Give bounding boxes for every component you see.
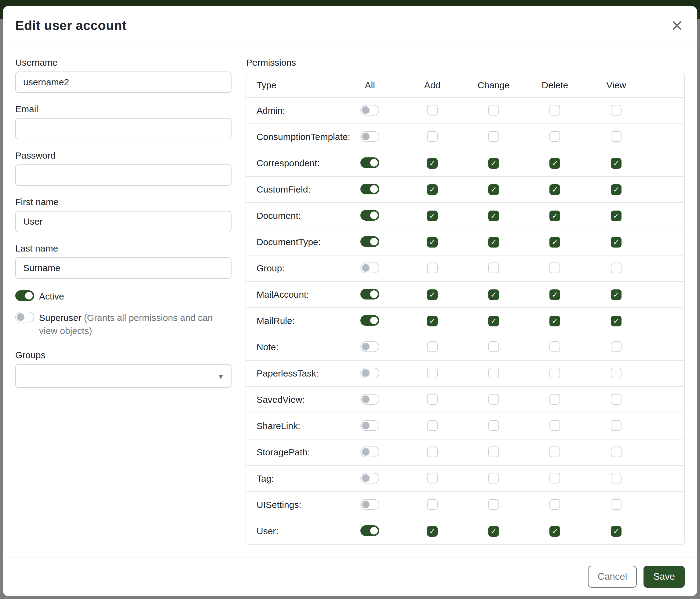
column-header-all: All (338, 73, 402, 97)
mailrule-change-checkbox[interactable]: ✓ (489, 316, 499, 327)
user-add-checkbox[interactable]: ✓ (427, 526, 438, 537)
mailaccount-delete-checkbox[interactable]: ✓ (549, 289, 560, 300)
documenttype-add-checkbox[interactable]: ✓ (427, 237, 438, 247)
user-delete-checkbox[interactable]: ✓ (549, 526, 560, 537)
documenttype-change-checkbox[interactable]: ✓ (489, 237, 499, 247)
note-all-toggle[interactable] (360, 341, 379, 352)
customfield-delete-checkbox[interactable]: ✓ (549, 184, 560, 195)
mailaccount-add-checkbox[interactable]: ✓ (427, 289, 438, 300)
mailrule-add-checkbox[interactable]: ✓ (427, 316, 438, 327)
group-all-toggle[interactable] (360, 263, 379, 273)
admin-add-checkbox[interactable] (427, 105, 438, 116)
consumptiontemplate-delete-checkbox[interactable] (549, 131, 560, 142)
mailaccount-change-checkbox[interactable]: ✓ (489, 289, 499, 300)
password-input[interactable] (15, 164, 231, 186)
save-button[interactable]: Save (644, 566, 685, 588)
storagepath-all-toggle[interactable] (360, 447, 379, 457)
admin-all-toggle[interactable] (360, 105, 379, 116)
mailrule-all-toggle[interactable] (360, 315, 379, 326)
sharelink-view-checkbox[interactable] (611, 420, 622, 431)
consumptiontemplate-all-toggle[interactable] (360, 131, 379, 142)
customfield-change-checkbox[interactable]: ✓ (489, 184, 499, 195)
mailrule-view-checkbox[interactable]: ✓ (611, 316, 622, 327)
admin-change-checkbox[interactable] (489, 105, 499, 116)
savedview-view-checkbox[interactable] (611, 394, 622, 405)
tag-view-checkbox[interactable] (611, 473, 622, 483)
superuser-toggle[interactable] (15, 312, 34, 322)
correspondent-delete-checkbox[interactable]: ✓ (549, 158, 560, 169)
paperlesstask-add-checkbox[interactable] (427, 368, 438, 378)
email-input[interactable] (15, 118, 231, 139)
mailaccount-view-checkbox[interactable]: ✓ (611, 289, 622, 300)
admin-view-checkbox[interactable] (611, 105, 622, 116)
user-change-checkbox[interactable]: ✓ (489, 526, 499, 537)
user-view-checkbox[interactable]: ✓ (611, 526, 622, 537)
note-add-checkbox[interactable] (427, 341, 438, 352)
sharelink-delete-checkbox[interactable] (549, 420, 560, 431)
savedview-all-toggle[interactable] (360, 394, 379, 405)
storagepath-change-checkbox[interactable] (489, 447, 499, 457)
group-change-checkbox[interactable] (489, 263, 499, 273)
storagepath-view-checkbox[interactable] (611, 447, 622, 457)
sharelink-all-toggle[interactable] (360, 420, 379, 431)
document-change-checkbox[interactable]: ✓ (489, 211, 499, 221)
correspondent-view-checkbox[interactable]: ✓ (611, 158, 622, 169)
close-button[interactable]: × (669, 16, 685, 34)
uisettings-all-toggle[interactable] (360, 499, 379, 510)
user-all-toggle[interactable] (360, 525, 379, 536)
savedview-delete-checkbox[interactable] (549, 394, 560, 405)
consumptiontemplate-view-checkbox[interactable] (611, 131, 622, 142)
uisettings-view-checkbox[interactable] (611, 499, 622, 510)
uisettings-delete-checkbox[interactable] (549, 499, 560, 510)
storagepath-delete-checkbox[interactable] (549, 447, 560, 457)
tag-add-checkbox[interactable] (427, 473, 438, 483)
group-view-checkbox[interactable] (611, 263, 622, 273)
customfield-view-checkbox[interactable]: ✓ (611, 184, 622, 195)
document-delete-checkbox[interactable]: ✓ (549, 211, 560, 221)
last-name-input[interactable] (15, 257, 231, 279)
customfield-all-toggle[interactable] (360, 184, 379, 194)
note-delete-checkbox[interactable] (549, 341, 560, 352)
group-add-checkbox[interactable] (427, 263, 438, 273)
tag-delete-checkbox[interactable] (549, 473, 560, 483)
groups-select[interactable]: ▾ (15, 364, 231, 388)
note-change-checkbox[interactable] (489, 341, 499, 352)
active-toggle[interactable] (15, 290, 34, 301)
group-delete-checkbox[interactable] (549, 263, 560, 273)
savedview-change-checkbox[interactable] (489, 394, 499, 405)
consumptiontemplate-change-checkbox[interactable] (489, 131, 499, 142)
paperlesstask-view-checkbox[interactable] (611, 368, 622, 378)
correspondent-all-toggle[interactable] (360, 158, 379, 168)
savedview-add-checkbox[interactable] (427, 394, 438, 405)
storagepath-add-checkbox[interactable] (427, 447, 438, 457)
permission-type-label: PaperlessTask: (246, 360, 338, 386)
username-input[interactable] (15, 72, 231, 93)
consumptiontemplate-add-checkbox[interactable] (427, 131, 438, 142)
customfield-add-checkbox[interactable]: ✓ (427, 184, 438, 195)
note-view-checkbox[interactable] (611, 341, 622, 352)
permission-row-paperlesstask: PaperlessTask: (246, 360, 684, 386)
documenttype-all-toggle[interactable] (360, 236, 379, 247)
document-view-checkbox[interactable]: ✓ (611, 211, 622, 221)
document-all-toggle[interactable] (360, 210, 379, 221)
document-add-checkbox[interactable]: ✓ (427, 211, 438, 221)
cancel-button[interactable]: Cancel (588, 566, 637, 588)
first-name-input[interactable] (15, 211, 231, 232)
tag-all-toggle[interactable] (360, 473, 379, 483)
sharelink-add-checkbox[interactable] (427, 420, 438, 431)
mailrule-delete-checkbox[interactable]: ✓ (549, 316, 560, 327)
tag-change-checkbox[interactable] (489, 473, 499, 483)
paperlesstask-all-toggle[interactable] (360, 368, 379, 378)
correspondent-add-checkbox[interactable]: ✓ (427, 158, 438, 169)
paperlesstask-change-checkbox[interactable] (489, 368, 499, 378)
documenttype-view-checkbox[interactable]: ✓ (611, 237, 622, 247)
admin-delete-checkbox[interactable] (549, 105, 560, 116)
uisettings-change-checkbox[interactable] (489, 499, 499, 510)
row-spacer (647, 229, 684, 255)
correspondent-change-checkbox[interactable]: ✓ (489, 158, 499, 169)
mailaccount-all-toggle[interactable] (360, 289, 379, 300)
sharelink-change-checkbox[interactable] (489, 420, 499, 431)
documenttype-delete-checkbox[interactable]: ✓ (549, 237, 560, 247)
uisettings-add-checkbox[interactable] (427, 499, 438, 510)
paperlesstask-delete-checkbox[interactable] (549, 368, 560, 378)
